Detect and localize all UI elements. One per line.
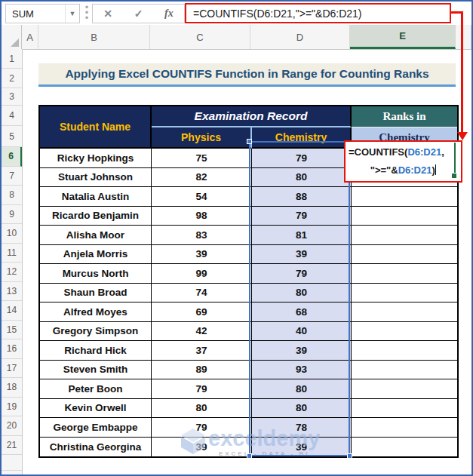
cell-rank-empty[interactable]: [352, 379, 457, 399]
cell-chemistry-score[interactable]: 81: [252, 226, 352, 245]
row-header-10[interactable]: 10: [2, 224, 22, 244]
range-handle-top-left[interactable]: [247, 139, 252, 144]
row-header-12[interactable]: 12: [2, 263, 22, 282]
cell-chemistry-score[interactable]: 80: [252, 379, 352, 399]
cell-student-name[interactable]: George Embappe: [40, 418, 152, 438]
cell-physics-score[interactable]: 39: [152, 245, 252, 265]
cell-physics-score[interactable]: 54: [152, 187, 252, 207]
cell-student-name[interactable]: Alisha Moor: [40, 226, 152, 245]
cell-physics-score[interactable]: 89: [152, 361, 252, 380]
cell-physics-score[interactable]: 74: [152, 284, 252, 303]
range-handle-bottom-left[interactable]: [247, 453, 252, 459]
active-cell-formula-box[interactable]: =COUNTIFS(D6:D21, ">="&D6:D21): [344, 140, 462, 183]
column-header-E[interactable]: E: [350, 25, 456, 49]
cell-chemistry-score[interactable]: 78: [252, 418, 352, 438]
header-ranks-in[interactable]: Ranks in: [352, 106, 457, 127]
cell-rank-empty[interactable]: [352, 207, 457, 226]
cell-student-name[interactable]: Steven Smith: [40, 361, 152, 380]
cell-physics-score[interactable]: 75: [152, 149, 252, 168]
enter-icon[interactable]: ✓: [134, 8, 143, 20]
cell-rank-empty[interactable]: [352, 187, 457, 207]
cell-physics-score[interactable]: 99: [152, 264, 252, 284]
cell-physics-score[interactable]: 80: [152, 399, 252, 419]
cell-rank-empty[interactable]: [352, 361, 457, 380]
cell-chemistry-score[interactable]: 79: [252, 207, 352, 226]
cell-student-name[interactable]: Shaun Broad: [40, 284, 152, 303]
column-header-A[interactable]: A: [22, 25, 38, 49]
row-header-20[interactable]: 20: [2, 416, 22, 436]
row-header-5[interactable]: 5: [2, 126, 22, 147]
cell-physics-score[interactable]: 82: [152, 168, 252, 188]
cell-student-name[interactable]: Christina Georgina: [40, 438, 152, 457]
row-header-19[interactable]: 19: [2, 398, 22, 417]
cell-rank-empty[interactable]: [352, 264, 457, 284]
cell-student-name[interactable]: Kevin Orwell: [40, 399, 152, 419]
cancel-icon[interactable]: ✕: [103, 8, 112, 20]
cell-rank-empty[interactable]: [352, 399, 457, 419]
column-header-D[interactable]: D: [250, 25, 350, 49]
cell-physics-score[interactable]: 79: [152, 418, 252, 438]
range-handle-bottom-right[interactable]: [347, 453, 352, 459]
cell-student-name[interactable]: Gregory Simpson: [40, 322, 152, 342]
cell-student-name[interactable]: Stuart Johnson: [40, 168, 152, 188]
cell-rank-empty[interactable]: [352, 418, 457, 438]
cell-rank-empty[interactable]: [352, 322, 457, 342]
cell-student-name[interactable]: Natalia Austin: [40, 187, 152, 207]
cell-chemistry-score[interactable]: 79: [252, 264, 352, 284]
cell-rank-empty[interactable]: [352, 245, 457, 265]
cell-rank-empty[interactable]: [352, 302, 457, 322]
row-header-17[interactable]: 17: [2, 359, 22, 379]
row-header-16[interactable]: 16: [2, 339, 22, 359]
row-header-7[interactable]: 7: [2, 167, 22, 186]
row-header-18[interactable]: 18: [2, 378, 22, 398]
cell-student-name[interactable]: Anjela Morris: [40, 245, 152, 265]
insert-function-icon[interactable]: fx: [164, 8, 174, 20]
cell-chemistry-score[interactable]: 80: [252, 168, 352, 188]
cell-physics-score[interactable]: 79: [152, 379, 252, 399]
cell-chemistry-score[interactable]: 79: [252, 149, 352, 168]
cell-student-name[interactable]: Richard Hick: [40, 341, 152, 361]
cell-student-name[interactable]: Alfred Moyes: [40, 302, 152, 322]
cell-rank-empty[interactable]: [352, 341, 457, 361]
header-physics[interactable]: Physics: [152, 127, 252, 149]
cell-chemistry-score[interactable]: 80: [252, 284, 352, 303]
header-examination-record[interactable]: Examination Record: [152, 106, 352, 127]
cell-chemistry-score[interactable]: 93: [252, 361, 352, 380]
cell-student-name[interactable]: Murcus North: [40, 264, 152, 284]
row-header-15[interactable]: 15: [2, 321, 22, 340]
cell-physics-score[interactable]: 98: [152, 207, 252, 226]
cell-chemistry-score[interactable]: 68: [252, 302, 352, 322]
cell-chemistry-score[interactable]: 88: [252, 187, 352, 207]
cell-student-name[interactable]: Ricardo Benjamin: [40, 207, 152, 226]
cell-chemistry-score[interactable]: 39: [252, 341, 352, 361]
cell-physics-score[interactable]: 39: [152, 438, 252, 457]
formula-input[interactable]: =COUNTIFS(D6:D21,">="&D6:D21): [186, 8, 362, 20]
row-header-13[interactable]: 13: [2, 282, 22, 302]
header-chemistry[interactable]: Chemistry: [252, 127, 352, 149]
active-cell-fill-handle[interactable]: [451, 173, 457, 179]
cell-chemistry-score[interactable]: 39: [252, 245, 352, 265]
row-header-1[interactable]: 1: [2, 49, 22, 69]
name-box-dropdown-icon[interactable]: ▼: [65, 5, 79, 23]
cell-chemistry-score[interactable]: 40: [252, 322, 352, 342]
row-header-2[interactable]: 2: [2, 69, 22, 88]
cell-rank-empty[interactable]: [352, 226, 457, 245]
cell-physics-score[interactable]: 83: [152, 226, 252, 245]
cell-chemistry-score[interactable]: 39: [252, 438, 352, 457]
name-box[interactable]: SUM ▼: [5, 4, 80, 23]
cell-rank-empty[interactable]: [352, 438, 457, 457]
column-header-C[interactable]: C: [150, 25, 250, 49]
row-header-21[interactable]: 21: [2, 436, 22, 456]
row-header-blank[interactable]: [2, 455, 22, 471]
row-header-3[interactable]: 3: [2, 88, 22, 106]
row-header-6[interactable]: 6: [2, 147, 22, 167]
row-header-8[interactable]: 8: [2, 186, 22, 205]
row-header-14[interactable]: 14: [2, 301, 22, 321]
cell-chemistry-score[interactable]: 80: [252, 399, 352, 419]
cell-student-name[interactable]: Peter Boon: [40, 379, 152, 399]
row-header-9[interactable]: 9: [2, 205, 22, 225]
cell-physics-score[interactable]: 37: [152, 341, 252, 361]
row-header-11[interactable]: 11: [2, 244, 22, 263]
row-header-4[interactable]: 4: [2, 106, 22, 126]
cell-rank-empty[interactable]: [352, 284, 457, 303]
